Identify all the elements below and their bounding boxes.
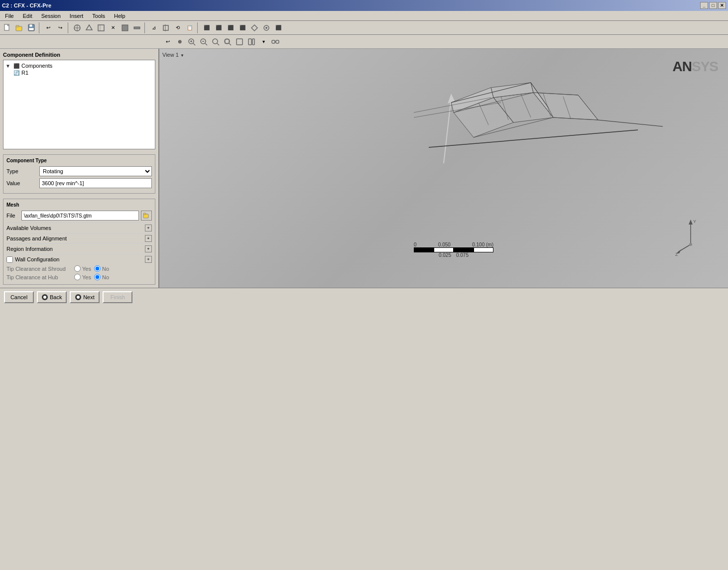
passages-alignment-toggle[interactable]: + — [145, 235, 152, 242]
next-label: Next — [83, 294, 95, 300]
tip-hub-yes-label: Yes — [82, 274, 91, 280]
toolbar-b3[interactable] — [96, 22, 107, 33]
scale-bar-segments — [414, 247, 493, 252]
view-btn-zoom-out[interactable] — [198, 36, 209, 47]
window-title: C2 : CFX - CFX-Pre — [2, 2, 51, 8]
toolbar-b6[interactable] — [131, 22, 142, 33]
scale-sub-end — [474, 252, 493, 258]
toolbar-b16[interactable] — [261, 22, 272, 33]
inner-main: Component Definition ▼ ⬛ Components 🔄 R1… — [0, 49, 728, 288]
coordinate-axis: Y Z — [673, 217, 708, 258]
svg-rect-39 — [143, 213, 146, 215]
tip-shroud-no-radio[interactable] — [94, 265, 101, 272]
menu-tools[interactable]: Tools — [89, 12, 108, 20]
component-type-section: Component Type Type Rotating Value — [3, 154, 155, 194]
wall-config-checkbox[interactable] — [6, 256, 13, 263]
tip-hub-no-radio[interactable] — [94, 274, 101, 280]
file-path-input[interactable] — [21, 211, 139, 221]
back-icon — [42, 294, 48, 300]
scale-seg-1 — [414, 247, 434, 252]
wall-config-toggle[interactable]: + — [145, 256, 152, 263]
next-button[interactable]: Next — [70, 291, 100, 303]
tree-components-label: Components — [21, 63, 52, 69]
toolbar-b13[interactable]: ⬛ — [225, 22, 236, 33]
toolbar-b12[interactable]: ⬛ — [213, 22, 224, 33]
menu-file[interactable]: File — [2, 12, 17, 20]
cancel-button[interactable]: Cancel — [4, 291, 34, 303]
menu-insert[interactable]: Insert — [67, 12, 87, 20]
view-btn-toggle2[interactable] — [246, 36, 257, 47]
view-btn-reset[interactable]: ↩ — [162, 36, 173, 47]
passages-alignment-row[interactable]: Passages and Alignment + — [6, 233, 152, 243]
components-icon: ⬛ — [13, 63, 19, 69]
minimize-button[interactable]: _ — [700, 2, 708, 9]
mesh-section: Mesh File Available Volumes + Passages a… — [3, 199, 155, 285]
toolbar-b9[interactable]: ⟲ — [172, 22, 183, 33]
toolbar-redo[interactable]: ↪ — [55, 22, 66, 33]
region-information-toggle[interactable]: + — [145, 245, 152, 252]
view-label-arrow: ▼ — [180, 53, 184, 58]
tip-shroud-label: Tip Clearance at Shroud — [6, 266, 71, 272]
toolbar-b11[interactable]: ⬛ — [201, 22, 212, 33]
svg-marker-10 — [86, 25, 92, 30]
toolbar-b14[interactable]: ⬛ — [237, 22, 248, 33]
toolbar-new[interactable] — [2, 22, 13, 33]
menu-help[interactable]: Help — [111, 12, 128, 20]
view-btn-zoom-box[interactable] — [222, 36, 233, 47]
svg-rect-34 — [252, 39, 254, 45]
menu-edit[interactable]: Edit — [20, 12, 35, 20]
view-btn-toggle1[interactable] — [234, 36, 245, 47]
tip-hub-no: No — [94, 274, 109, 280]
toolbar-b8[interactable] — [160, 22, 171, 33]
tip-shroud-yes-radio[interactable] — [74, 265, 81, 272]
mesh-3d-view — [414, 53, 663, 178]
scale-seg-3 — [454, 247, 474, 252]
region-information-label: Region Information — [6, 246, 53, 252]
view-btn-link[interactable] — [270, 36, 281, 47]
available-volumes-row[interactable]: Available Volumes + — [6, 223, 152, 233]
back-button[interactable]: Back — [37, 291, 67, 303]
type-select[interactable]: Rotating — [39, 166, 152, 176]
wall-config-label[interactable]: Wall Configuration — [15, 256, 59, 262]
svg-rect-13 — [122, 25, 128, 31]
toolbar-b17[interactable]: ⬛ — [273, 22, 284, 33]
toolbar-b5[interactable] — [120, 22, 130, 33]
file-browse-button[interactable] — [141, 211, 152, 221]
passages-alignment-label: Passages and Alignment — [6, 235, 67, 241]
toolbar-b1[interactable] — [72, 22, 83, 33]
available-volumes-toggle[interactable]: + — [145, 225, 152, 231]
toolbar-b7[interactable]: ⊿ — [148, 22, 159, 33]
view-btn-zoom-fit[interactable] — [210, 36, 221, 47]
toolbar-b10[interactable]: 📋 — [184, 22, 195, 33]
svg-rect-11 — [98, 25, 104, 31]
close-button[interactable]: ✕ — [718, 2, 726, 9]
tree-r1-label: R1 — [21, 70, 28, 76]
svg-line-21 — [193, 43, 195, 45]
scale-sub-spacer — [414, 252, 434, 258]
toolbar-save[interactable] — [26, 22, 37, 33]
toolbar-open[interactable] — [14, 22, 25, 33]
tip-hub-yes-radio[interactable] — [74, 274, 81, 280]
view-btn-orbit[interactable]: ⊕ — [174, 36, 185, 47]
region-information-row[interactable]: Region Information + — [6, 243, 152, 254]
tip-hub-no-label: No — [102, 274, 109, 280]
menu-session[interactable]: Session — [38, 12, 64, 20]
toolbar-b4[interactable]: ✕ — [108, 22, 119, 33]
value-input[interactable] — [39, 178, 152, 188]
tree-components-root[interactable]: ▼ ⬛ Components — [5, 62, 153, 69]
svg-line-28 — [217, 43, 219, 45]
toolbar-b2[interactable] — [84, 22, 95, 33]
finish-button[interactable]: Finish — [103, 291, 132, 303]
type-row: Type Rotating — [6, 166, 152, 176]
tree-r1-item[interactable]: 🔄 R1 — [5, 69, 153, 76]
view-btn-dropdown[interactable]: ▾ — [258, 36, 269, 47]
toolbar-b15[interactable] — [249, 22, 260, 33]
file-label: File — [6, 213, 19, 219]
scale-sub-labels: 0.025 0.075 — [414, 252, 493, 258]
maximize-button[interactable]: □ — [709, 2, 717, 9]
viewport-label: View 1 ▼ — [162, 52, 184, 58]
tip-hub-row: Tip Clearance at Hub Yes No — [6, 273, 152, 281]
view-btn-zoom-in[interactable] — [186, 36, 197, 47]
toolbar-undo[interactable]: ↩ — [43, 22, 54, 33]
value-label: Value — [6, 180, 36, 186]
